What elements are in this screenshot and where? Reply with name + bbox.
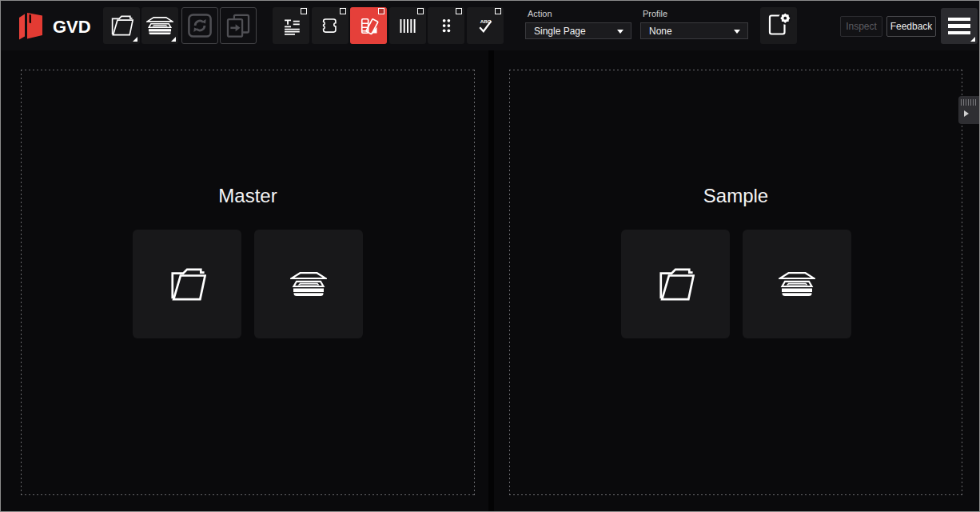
color-swatch-icon [359, 16, 379, 36]
barcode-inspection-checkbox[interactable] [417, 8, 424, 14]
file-button-group [103, 7, 257, 44]
main-menu-button[interactable] [941, 8, 978, 44]
duplicate-button[interactable] [220, 7, 257, 44]
scan-sample-button[interactable] [743, 230, 851, 338]
open-file-button[interactable] [103, 7, 140, 44]
action-field: Action Single Page [525, 9, 631, 39]
barcode-icon [397, 16, 417, 36]
spellcheck-icon: ABC [475, 16, 495, 36]
chevron-down-icon [617, 30, 623, 34]
load-sample-file-button[interactable] [621, 230, 730, 338]
side-panel-flyout-tab[interactable] [958, 96, 979, 124]
master-panel: Master [1, 50, 488, 511]
scanner-icon [779, 272, 815, 297]
app-logo: GVD [18, 11, 91, 43]
sync-icon [186, 12, 213, 39]
grip-icon [961, 99, 977, 106]
text-compare-icon [281, 16, 301, 36]
page-gear-icon [766, 10, 791, 41]
feedback-button-label: Feedback [890, 21, 933, 32]
folder-open-icon [656, 266, 695, 302]
sample-panel: Sample [494, 50, 979, 511]
chevron-right-icon [964, 110, 969, 117]
sample-panel-title: Sample [703, 185, 768, 207]
action-value: Single Page [534, 26, 586, 37]
app-title: GVD [53, 17, 91, 38]
master-dropzone[interactable]: Master [21, 70, 475, 495]
braille-icon [436, 16, 456, 36]
spellcheck-inspection-checkbox[interactable] [495, 8, 501, 14]
dropdown-corner-indicator [171, 37, 176, 42]
scan-button[interactable] [141, 7, 178, 44]
folder-open-icon [110, 14, 133, 37]
braille-inspection-button[interactable] [428, 7, 464, 44]
graphics-inspection-button[interactable] [312, 7, 349, 44]
scan-master-button[interactable] [254, 230, 363, 338]
master-panel-title: Master [218, 185, 277, 207]
text-inspection-button[interactable] [273, 7, 309, 44]
scanner-icon [290, 272, 327, 297]
diecut-icon [320, 16, 340, 36]
sample-dropzone[interactable]: Sample [509, 70, 962, 495]
sample-load-buttons [621, 230, 851, 338]
workspace: Master Sample [1, 50, 979, 511]
dropdown-corner-indicator [970, 37, 975, 42]
text-inspection-checkbox[interactable] [301, 8, 307, 14]
color-inspection-button[interactable] [350, 7, 387, 44]
action-select[interactable]: Single Page [525, 22, 631, 39]
barcode-inspection-button[interactable] [389, 7, 426, 44]
action-label: Action [528, 9, 631, 18]
toolbar: GVD ABC Action [1, 1, 979, 50]
profile-field: Profile None [640, 9, 748, 39]
dropdown-corner-indicator [133, 37, 137, 42]
graphics-inspection-checkbox[interactable] [340, 8, 346, 14]
profile-value: None [649, 26, 672, 37]
feedback-button[interactable]: Feedback [886, 16, 936, 37]
profile-settings-button[interactable] [760, 7, 797, 44]
sync-button[interactable] [181, 7, 218, 44]
chevron-down-icon [734, 30, 740, 34]
master-load-buttons [133, 230, 363, 338]
hamburger-icon [948, 18, 970, 22]
gvd-logo-icon [18, 11, 44, 43]
color-inspection-checkbox[interactable] [378, 8, 384, 14]
braille-inspection-checkbox[interactable] [456, 8, 462, 14]
copy-arrow-icon [225, 12, 252, 39]
folder-open-icon [168, 266, 206, 302]
inspection-button-group: ABC [273, 7, 504, 44]
scanner-icon [146, 17, 173, 35]
profile-select[interactable]: None [640, 22, 748, 39]
inspect-button-label: Inspect [846, 21, 877, 32]
inspect-button[interactable]: Inspect [840, 16, 882, 37]
app-window: GVD ABC Action [0, 0, 980, 512]
profile-label: Profile [643, 9, 748, 18]
load-master-file-button[interactable] [133, 230, 241, 338]
spellcheck-inspection-button[interactable]: ABC [467, 7, 504, 44]
